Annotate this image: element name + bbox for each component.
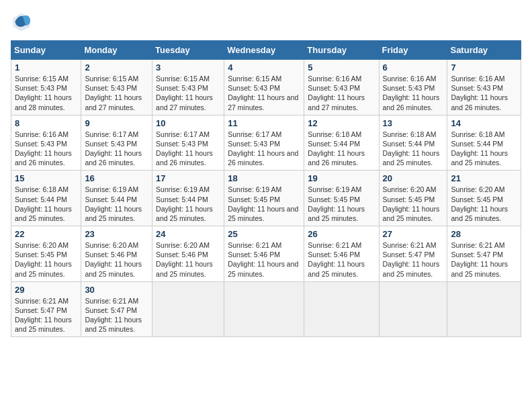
day-info: Sunrise: 6:21 AM Sunset: 5:46 PM Dayligh… <box>228 240 300 279</box>
day-info: Sunrise: 6:16 AM Sunset: 5:43 PM Dayligh… <box>451 74 517 112</box>
day-info: Sunrise: 6:17 AM Sunset: 5:43 PM Dayligh… <box>156 130 220 168</box>
day-info: Sunrise: 6:19 AM Sunset: 5:44 PM Dayligh… <box>156 185 220 223</box>
day-number: 30 <box>85 285 148 295</box>
header-monday: Monday <box>81 41 152 60</box>
day-cell: 6Sunrise: 6:16 AM Sunset: 5:43 PM Daylig… <box>379 60 447 116</box>
day-info: Sunrise: 6:20 AM Sunset: 5:45 PM Dayligh… <box>15 240 77 279</box>
day-cell: 7Sunrise: 6:16 AM Sunset: 5:43 PM Daylig… <box>447 60 521 116</box>
header-thursday: Thursday <box>304 41 379 60</box>
day-cell: 9Sunrise: 6:17 AM Sunset: 5:43 PM Daylig… <box>81 115 152 171</box>
day-cell: 2Sunrise: 6:15 AM Sunset: 5:43 PM Daylig… <box>81 60 152 116</box>
logo <box>11 11 36 32</box>
day-number: 7 <box>451 62 517 73</box>
day-info: Sunrise: 6:15 AM Sunset: 5:43 PM Dayligh… <box>85 74 148 112</box>
day-number: 20 <box>383 173 444 183</box>
day-info: Sunrise: 6:18 AM Sunset: 5:44 PM Dayligh… <box>451 130 517 168</box>
day-cell: 16Sunrise: 6:19 AM Sunset: 5:44 PM Dayli… <box>81 171 152 226</box>
page-header <box>11 11 521 32</box>
day-cell: 13Sunrise: 6:18 AM Sunset: 5:44 PM Dayli… <box>379 115 447 171</box>
day-cell: 27Sunrise: 6:21 AM Sunset: 5:47 PM Dayli… <box>379 226 447 282</box>
day-number: 11 <box>228 118 300 128</box>
week-row-1: 1Sunrise: 6:15 AM Sunset: 5:43 PM Daylig… <box>11 60 521 116</box>
day-number: 24 <box>156 229 220 239</box>
day-number: 10 <box>156 118 220 128</box>
day-cell: 30Sunrise: 6:21 AM Sunset: 5:47 PM Dayli… <box>81 281 152 337</box>
day-info: Sunrise: 6:17 AM Sunset: 5:43 PM Dayligh… <box>228 130 300 168</box>
day-number: 1 <box>15 62 77 73</box>
day-cell <box>304 281 379 337</box>
day-number: 4 <box>228 62 300 73</box>
day-info: Sunrise: 6:16 AM Sunset: 5:43 PM Dayligh… <box>15 130 77 168</box>
day-cell: 22Sunrise: 6:20 AM Sunset: 5:45 PM Dayli… <box>11 226 81 282</box>
day-cell: 17Sunrise: 6:19 AM Sunset: 5:44 PM Dayli… <box>152 171 224 226</box>
day-number: 23 <box>85 229 148 239</box>
day-cell: 8Sunrise: 6:16 AM Sunset: 5:43 PM Daylig… <box>11 115 81 171</box>
day-cell: 1Sunrise: 6:15 AM Sunset: 5:43 PM Daylig… <box>11 60 81 116</box>
header-saturday: Saturday <box>447 41 521 60</box>
day-info: Sunrise: 6:20 AM Sunset: 5:46 PM Dayligh… <box>85 240 148 279</box>
day-number: 18 <box>228 173 300 183</box>
day-cell: 29Sunrise: 6:21 AM Sunset: 5:47 PM Dayli… <box>11 281 81 337</box>
day-info: Sunrise: 6:21 AM Sunset: 5:47 PM Dayligh… <box>85 296 148 334</box>
day-cell <box>379 281 447 337</box>
day-info: Sunrise: 6:17 AM Sunset: 5:43 PM Dayligh… <box>85 130 148 168</box>
day-number: 27 <box>383 229 444 239</box>
day-number: 8 <box>15 118 77 128</box>
day-info: Sunrise: 6:18 AM Sunset: 5:44 PM Dayligh… <box>15 185 77 223</box>
day-cell: 5Sunrise: 6:16 AM Sunset: 5:43 PM Daylig… <box>304 60 379 116</box>
day-number: 9 <box>85 118 148 128</box>
calendar-table: SundayMondayTuesdayWednesdayThursdayFrid… <box>11 40 521 337</box>
week-row-5: 29Sunrise: 6:21 AM Sunset: 5:47 PM Dayli… <box>11 281 521 337</box>
day-info: Sunrise: 6:21 AM Sunset: 5:47 PM Dayligh… <box>383 240 444 279</box>
day-info: Sunrise: 6:19 AM Sunset: 5:45 PM Dayligh… <box>228 185 300 223</box>
day-info: Sunrise: 6:21 AM Sunset: 5:47 PM Dayligh… <box>15 296 77 334</box>
day-number: 6 <box>383 62 444 73</box>
day-info: Sunrise: 6:18 AM Sunset: 5:44 PM Dayligh… <box>308 130 375 168</box>
day-info: Sunrise: 6:16 AM Sunset: 5:43 PM Dayligh… <box>308 74 375 112</box>
day-info: Sunrise: 6:15 AM Sunset: 5:43 PM Dayligh… <box>156 74 220 112</box>
day-cell <box>224 281 304 337</box>
day-number: 5 <box>308 62 375 73</box>
day-info: Sunrise: 6:15 AM Sunset: 5:43 PM Dayligh… <box>228 74 300 112</box>
header-sunday: Sunday <box>11 41 81 60</box>
day-number: 22 <box>15 229 77 239</box>
day-cell: 26Sunrise: 6:21 AM Sunset: 5:46 PM Dayli… <box>304 226 379 282</box>
day-number: 17 <box>156 173 220 183</box>
day-info: Sunrise: 6:19 AM Sunset: 5:45 PM Dayligh… <box>308 185 375 223</box>
day-info: Sunrise: 6:15 AM Sunset: 5:43 PM Dayligh… <box>15 74 77 112</box>
day-info: Sunrise: 6:20 AM Sunset: 5:46 PM Dayligh… <box>156 240 220 279</box>
day-cell: 11Sunrise: 6:17 AM Sunset: 5:43 PM Dayli… <box>224 115 304 171</box>
header-tuesday: Tuesday <box>152 41 224 60</box>
day-cell: 24Sunrise: 6:20 AM Sunset: 5:46 PM Dayli… <box>152 226 224 282</box>
day-number: 12 <box>308 118 375 128</box>
day-number: 28 <box>451 229 517 239</box>
week-row-4: 22Sunrise: 6:20 AM Sunset: 5:45 PM Dayli… <box>11 226 521 282</box>
day-cell: 12Sunrise: 6:18 AM Sunset: 5:44 PM Dayli… <box>304 115 379 171</box>
day-cell: 20Sunrise: 6:20 AM Sunset: 5:45 PM Dayli… <box>379 171 447 226</box>
day-info: Sunrise: 6:21 AM Sunset: 5:47 PM Dayligh… <box>451 240 517 279</box>
day-number: 19 <box>308 173 375 183</box>
week-row-3: 15Sunrise: 6:18 AM Sunset: 5:44 PM Dayli… <box>11 171 521 226</box>
day-number: 29 <box>15 285 77 295</box>
day-cell: 3Sunrise: 6:15 AM Sunset: 5:43 PM Daylig… <box>152 60 224 116</box>
day-number: 14 <box>451 118 517 128</box>
day-info: Sunrise: 6:18 AM Sunset: 5:44 PM Dayligh… <box>383 130 444 168</box>
day-info: Sunrise: 6:20 AM Sunset: 5:45 PM Dayligh… <box>451 185 517 223</box>
header-wednesday: Wednesday <box>224 41 304 60</box>
day-number: 21 <box>451 173 517 183</box>
day-number: 16 <box>85 173 148 183</box>
day-cell: 23Sunrise: 6:20 AM Sunset: 5:46 PM Dayli… <box>81 226 152 282</box>
day-cell <box>447 281 521 337</box>
day-cell: 19Sunrise: 6:19 AM Sunset: 5:45 PM Dayli… <box>304 171 379 226</box>
header-friday: Friday <box>379 41 447 60</box>
day-number: 2 <box>85 62 148 73</box>
day-cell: 4Sunrise: 6:15 AM Sunset: 5:43 PM Daylig… <box>224 60 304 116</box>
day-number: 26 <box>308 229 375 239</box>
day-info: Sunrise: 6:16 AM Sunset: 5:43 PM Dayligh… <box>383 74 444 112</box>
week-row-2: 8Sunrise: 6:16 AM Sunset: 5:43 PM Daylig… <box>11 115 521 171</box>
day-number: 25 <box>228 229 300 239</box>
day-cell: 18Sunrise: 6:19 AM Sunset: 5:45 PM Dayli… <box>224 171 304 226</box>
day-number: 13 <box>383 118 444 128</box>
day-cell: 28Sunrise: 6:21 AM Sunset: 5:47 PM Dayli… <box>447 226 521 282</box>
logo-icon <box>11 11 32 32</box>
